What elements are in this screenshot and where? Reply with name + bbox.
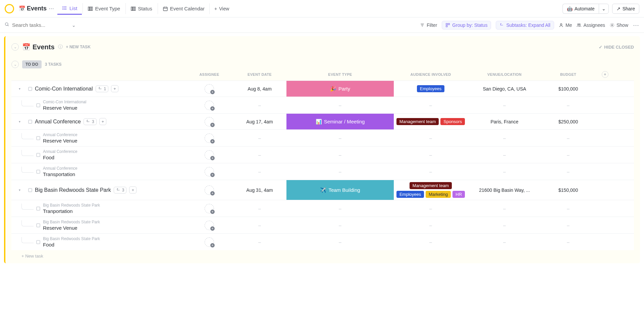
search-input[interactable] — [12, 22, 69, 28]
status-checkbox[interactable] — [36, 153, 40, 157]
event-type-cell[interactable]: – — [286, 223, 394, 228]
new-task-link[interactable]: + NEW TASK — [66, 45, 91, 49]
col-assignee[interactable]: ASSIGNEE — [186, 72, 233, 76]
add-view-button[interactable]: + View — [209, 3, 234, 14]
add-column-button[interactable]: + — [602, 71, 608, 78]
audience-cell[interactable]: Management teamSponsors — [394, 116, 468, 127]
assignee-add-button[interactable] — [205, 101, 214, 110]
status-checkbox[interactable] — [36, 240, 40, 244]
venue-cell[interactable]: – — [468, 103, 541, 108]
subtask-row[interactable]: Big Basin Redwoods State Park Reserve Ve… — [11, 217, 634, 233]
subtask-title[interactable]: Transportation — [43, 171, 77, 177]
budget-cell[interactable]: – — [541, 223, 595, 228]
subtask-title[interactable]: Reserve Venue — [43, 225, 100, 231]
subtask-title[interactable]: Reserve Venue — [43, 138, 77, 144]
task-title[interactable]: Comic-Con International — [35, 86, 93, 92]
event-date-cell[interactable]: Aug 17, 4am — [233, 119, 286, 124]
audience-tag[interactable]: Employees — [417, 85, 444, 92]
tab-status[interactable]: Status — [125, 3, 157, 14]
budget-cell[interactable]: – — [541, 206, 595, 211]
add-subtask-button[interactable]: + — [99, 118, 107, 125]
audience-tag[interactable]: Sponsors — [440, 118, 465, 125]
task-row[interactable]: ▾ Big Basin Redwoods State Park 3 + Aug … — [11, 180, 634, 200]
show-button[interactable]: Show — [610, 22, 628, 28]
chevron-down-icon[interactable]: ▾ — [19, 188, 20, 192]
add-subtask-button[interactable]: + — [111, 85, 118, 92]
event-date-cell[interactable]: – — [233, 135, 286, 141]
col-event-date[interactable]: EVENT DATE — [233, 72, 286, 76]
venue-cell[interactable]: San Diego, CA, USA — [468, 86, 541, 92]
assignee-add-button[interactable] — [205, 167, 214, 176]
tab-event-calendar[interactable]: Event Calendar — [158, 3, 209, 14]
event-type-cell[interactable]: – — [286, 206, 394, 211]
collapse-group-button[interactable]: ⌄ — [11, 43, 19, 51]
status-pill[interactable]: TO DO — [22, 60, 42, 68]
event-type-cell[interactable]: – — [286, 239, 394, 245]
budget-cell[interactable]: – — [541, 103, 595, 108]
event-type-cell[interactable]: – — [286, 103, 394, 108]
col-event-type[interactable]: EVENT TYPE — [286, 72, 394, 76]
event-type-cell[interactable]: – — [286, 152, 394, 158]
assignee-add-button[interactable] — [205, 237, 214, 247]
audience-cell[interactable]: – — [394, 135, 468, 141]
event-date-cell[interactable]: Aug 31, 4am — [233, 187, 286, 193]
audience-cell[interactable]: – — [394, 223, 468, 228]
event-date-cell[interactable]: – — [233, 103, 286, 108]
venue-cell[interactable]: – — [468, 152, 541, 158]
collapse-status-button[interactable]: ⌄ — [11, 61, 19, 68]
audience-cell[interactable]: Management teamEmployeesMarketingHR — [394, 180, 468, 200]
budget-cell[interactable]: – — [541, 135, 595, 141]
col-audience[interactable]: AUDIENCE INVOLVED — [394, 72, 468, 76]
event-date-cell[interactable]: – — [233, 152, 286, 158]
event-type-cell[interactable]: – — [286, 169, 394, 174]
audience-tag[interactable]: Marketing — [426, 191, 451, 198]
venue-cell[interactable]: – — [468, 169, 541, 174]
subtask-row[interactable]: Annual Conference Food – – – – – — [11, 146, 634, 163]
tab-list[interactable]: List — [57, 3, 82, 15]
me-filter-button[interactable]: Me — [559, 22, 572, 28]
subtask-row[interactable]: Annual Conference Reserve Venue – – – – … — [11, 129, 634, 146]
info-icon[interactable]: ⓘ — [58, 44, 63, 50]
budget-cell[interactable]: – — [541, 152, 595, 158]
subtask-title[interactable]: Reserve Venue — [43, 105, 86, 111]
audience-tag[interactable]: Management team — [396, 118, 439, 125]
new-task-row[interactable]: + New task — [11, 250, 634, 259]
venue-cell[interactable]: – — [468, 223, 541, 228]
page-options-icon[interactable]: ⋯ — [49, 5, 54, 12]
status-checkbox[interactable] — [28, 188, 32, 192]
subtask-title[interactable]: Tranportation — [43, 208, 100, 214]
add-subtask-button[interactable]: + — [129, 186, 137, 193]
assignees-button[interactable]: Assignees — [577, 22, 605, 28]
subtask-count-badge[interactable]: 1 — [96, 86, 109, 92]
col-budget[interactable]: BUDGET — [541, 72, 595, 76]
audience-tag[interactable]: Management team — [410, 182, 452, 189]
subtask-row[interactable]: Big Basin Redwoods State Park Tranportat… — [11, 200, 634, 217]
assignee-add-button[interactable] — [205, 185, 214, 195]
audience-cell[interactable]: – — [394, 169, 468, 174]
event-date-cell[interactable]: – — [233, 206, 286, 211]
more-options-icon[interactable]: ⋯ — [633, 21, 639, 29]
share-button[interactable]: ↗ Share — [612, 4, 639, 14]
event-type-cell[interactable]: 📊Seminar / Meeting — [286, 114, 394, 129]
audience-cell[interactable]: – — [394, 103, 468, 108]
subtask-title[interactable]: Food — [43, 155, 77, 160]
budget-cell[interactable]: $250,000 — [541, 119, 595, 124]
assignee-add-button[interactable] — [205, 133, 214, 143]
hide-closed-button[interactable]: ✓ HIDE CLOSED — [599, 45, 634, 50]
col-venue[interactable]: VENUE/LOCATION — [468, 72, 541, 76]
event-date-cell[interactable]: – — [233, 239, 286, 245]
automate-button[interactable]: 🤖 Automate — [562, 4, 599, 14]
task-row[interactable]: ▾ Annual Conference 3 + Aug 17, 4am 📊Sem… — [11, 113, 634, 129]
budget-cell[interactable]: $150,000 — [541, 187, 595, 193]
event-date-cell[interactable]: – — [233, 223, 286, 228]
budget-cell[interactable]: – — [541, 239, 595, 245]
audience-cell[interactable]: – — [394, 152, 468, 158]
subtask-row[interactable]: Comic-Con International Reserve Venue – … — [11, 97, 634, 113]
audience-cell[interactable]: Employees — [394, 83, 468, 94]
assignee-add-button[interactable] — [205, 84, 214, 94]
budget-cell[interactable]: $100,000 — [541, 86, 595, 92]
subtasks-chip[interactable]: Subtasks: Expand All — [496, 21, 554, 30]
task-title[interactable]: Big Basin Redwoods State Park — [35, 187, 111, 193]
audience-tag[interactable]: HR — [452, 191, 465, 198]
automate-dropdown-button[interactable]: ⌄ — [599, 4, 609, 14]
